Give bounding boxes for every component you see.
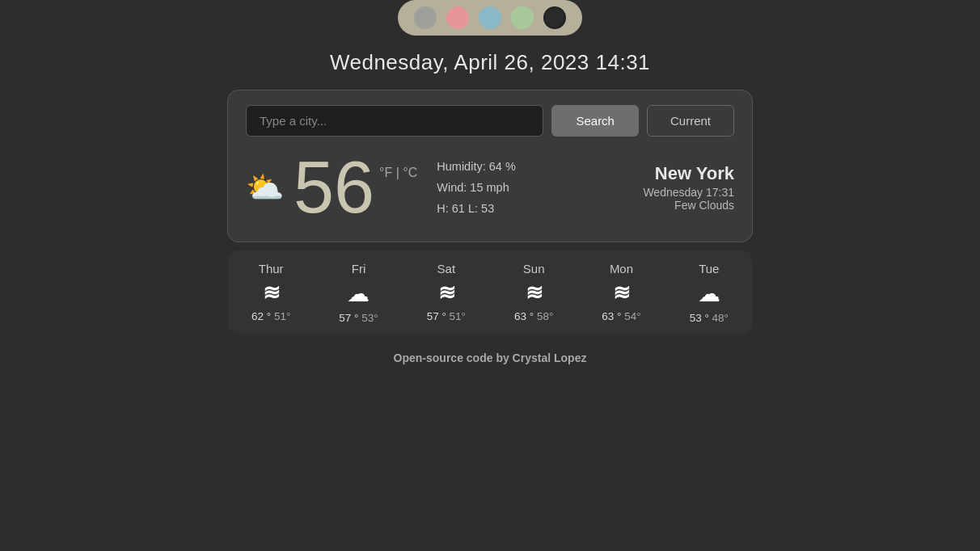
- forecast-day-sat: Sat≋57 ° 51°: [403, 262, 490, 324]
- unit-toggle[interactable]: °F | °C: [379, 166, 417, 180]
- forecast-icon-cloud: ☁: [347, 280, 370, 307]
- current-weather: ⛅ 56 °F | °C Humidity: 64 % Wind: 15 mph…: [246, 151, 734, 224]
- forecast-icon-rain: ≋: [613, 280, 629, 305]
- forecast-temps: 62 ° 51°: [251, 310, 290, 322]
- forecast-day-name: Mon: [610, 262, 633, 276]
- forecast-icon-rain: ≋: [438, 280, 454, 305]
- forecast-day-thur: Thur≋62 ° 51°: [227, 262, 315, 324]
- forecast-temps: 63 ° 54°: [602, 310, 640, 322]
- weather-icon: ⛅: [246, 170, 284, 205]
- theme-selector: [398, 0, 582, 36]
- forecast-temps: 57 ° 51°: [427, 310, 466, 322]
- forecast-icon-rain: ≋: [526, 280, 542, 305]
- location-datetime: Wednesday 17:31: [643, 186, 734, 199]
- datetime-display: Wednesday, April 26, 2023 14:31: [330, 50, 650, 75]
- theme-dot-green[interactable]: [511, 6, 534, 29]
- hi-lo: H: 61 L: 53: [437, 198, 627, 219]
- forecast-temps: 53 ° 48°: [690, 312, 729, 324]
- current-button[interactable]: Current: [647, 105, 734, 137]
- search-row: Search Current: [246, 105, 734, 137]
- forecast-icon-rain: ≋: [263, 280, 279, 305]
- forecast-day-name: Fri: [352, 262, 366, 276]
- forecast-day-name: Sat: [437, 262, 456, 276]
- search-button[interactable]: Search: [551, 105, 639, 137]
- theme-dot-blue[interactable]: [479, 6, 501, 29]
- forecast-day-fri: Fri☁57 ° 53°: [315, 262, 402, 324]
- footer-text: Open-source code: [394, 351, 496, 364]
- footer-author: by Crystal Lopez: [496, 351, 586, 364]
- theme-dot-dark[interactable]: [543, 6, 566, 29]
- wind: Wind: 15 mph: [437, 177, 627, 198]
- forecast-day-sun: Sun≋63 ° 58°: [490, 262, 577, 324]
- forecast-day-name: Thur: [259, 262, 284, 276]
- forecast-temps: 63 ° 58°: [514, 310, 553, 322]
- theme-dot-pink[interactable]: [446, 6, 469, 29]
- forecast-card: Thur≋62 ° 51°Fri☁57 ° 53°Sat≋57 ° 51°Sun…: [227, 250, 753, 334]
- footer: Open-source code by Crystal Lopez: [394, 351, 587, 364]
- weather-card: Search Current ⛅ 56 °F | °C Humidity: 64…: [227, 90, 753, 242]
- weather-details: Humidity: 64 % Wind: 15 mph H: 61 L: 53: [417, 156, 627, 219]
- city-input[interactable]: [246, 105, 543, 137]
- weather-location: New York Wednesday 17:31 Few Clouds: [627, 163, 734, 212]
- icon-temp-group: ⛅ 56: [246, 151, 374, 224]
- temperature-display: 56: [294, 151, 374, 224]
- condition: Few Clouds: [643, 199, 734, 212]
- city-name: New York: [643, 163, 734, 184]
- forecast-temps: 57 ° 53°: [339, 312, 378, 324]
- forecast-day-mon: Mon≋63 ° 54°: [577, 262, 665, 324]
- forecast-icon-cloud: ☁: [698, 280, 720, 307]
- theme-dot-gray[interactable]: [414, 6, 437, 29]
- forecast-day-name: Sun: [523, 262, 545, 276]
- forecast-day-name: Tue: [699, 262, 719, 276]
- humidity: Humidity: 64 %: [437, 156, 627, 177]
- forecast-day-tue: Tue☁53 ° 48°: [665, 262, 753, 324]
